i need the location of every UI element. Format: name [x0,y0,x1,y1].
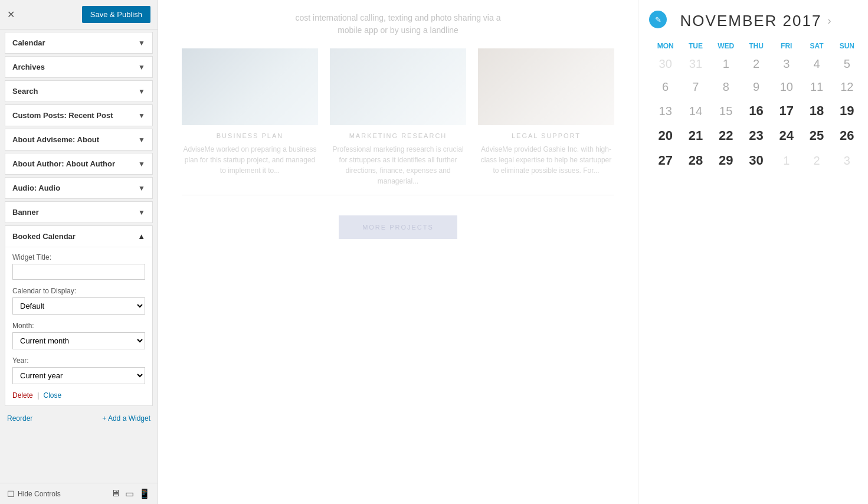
calendar-day-0-3[interactable]: 2 [741,53,771,76]
sidebar-bottom-actions: Reorder + Add a Widget [0,408,158,428]
widget-booked-calendar: Booked Calendar ▲ Widget Title: Calendar… [5,225,153,406]
widget-label-audio: Audio: Audio [12,184,60,192]
widget-item-custom-posts[interactable]: Custom Posts: Recent Post ▼ [5,104,153,126]
calendar-day-0-5[interactable]: 4 [801,53,831,76]
widget-label-archives: Archives [12,63,45,71]
calendar-day-4-6[interactable]: 3 [832,148,862,173]
calendar-week-row-2: 13141516171819 [650,99,862,123]
desktop-view-icon[interactable]: 🖥 [111,488,120,499]
day-header-fri: FRI [771,40,801,53]
calendar-week-row-3: 20212223242526 [650,123,862,148]
widget-item-audio[interactable]: Audio: Audio ▼ [5,177,153,199]
widget-item-about-author[interactable]: About Author: About Author ▼ [5,153,153,175]
month-select[interactable]: Current month [12,332,145,349]
close-link[interactable]: Close [43,391,61,400]
mobile-view-icon[interactable]: 📱 [139,488,150,499]
widget-label-calendar: Calendar [12,38,45,47]
add-widget-link[interactable]: + Add a Widget [102,414,150,423]
more-projects-button[interactable]: MORE PROJECTS [339,215,457,239]
chevron-down-icon-archives: ▼ [138,63,145,71]
sidebar-header: ✕ Save & Publish [0,0,158,30]
calendar-day-0-4[interactable]: 3 [771,53,801,76]
project-image-0 [182,48,318,125]
calendar-day-4-1[interactable]: 28 [680,148,710,173]
widget-title-input[interactable] [12,264,145,280]
projects-grid: BUSINESS PLAN AdviseMe worked on prepari… [182,48,614,186]
calendar-day-2-6[interactable]: 19 [832,99,862,123]
calendar-week-row-4: 27282930123 [650,148,862,173]
sidebar-footer: ☐ Hide Controls 🖥 ▭ 📱 [0,483,158,504]
calendar-day-4-3[interactable]: 30 [741,148,771,173]
widget-item-about-adviseme[interactable]: About Adviseme: About ▼ [5,129,153,150]
calendar-day-2-1[interactable]: 14 [680,99,710,123]
save-publish-button[interactable]: Save & Publish [82,6,150,23]
calendar-edit-icon[interactable]: ✎ [649,11,667,28]
calendar-day-2-5[interactable]: 18 [801,99,831,123]
calendar-day-1-1[interactable]: 7 [680,76,710,99]
project-card-2: LEGAL SUPPORT AdviseMe provided Gashie I… [478,48,614,186]
year-label: Year: [12,356,145,365]
calendar-day-2-3[interactable]: 16 [741,99,771,123]
hide-controls[interactable]: ☐ Hide Controls [7,489,61,499]
year-select[interactable]: Current year [12,367,145,384]
calendar-day-3-2[interactable]: 22 [711,123,741,148]
tablet-view-icon[interactable]: ▭ [125,488,134,499]
calendar-day-3-3[interactable]: 23 [741,123,771,148]
chevron-down-icon-calendar: ▼ [138,39,145,47]
calendar-table: MON TUE WED THU FRI SAT SUN 303112345678… [650,40,862,173]
widget-label-custom-posts: Custom Posts: Recent Post [12,111,113,120]
reorder-link[interactable]: Reorder [7,414,32,423]
widget-item-archives[interactable]: Archives ▼ [5,56,153,78]
month-group: Month: Current month [12,322,145,349]
widget-item-calendar[interactable]: Calendar ▼ [5,32,153,54]
project-card-0: BUSINESS PLAN AdviseMe worked on prepari… [182,48,318,186]
calendar-day-1-4[interactable]: 10 [771,76,801,99]
widget-item-banner[interactable]: Banner ▼ [5,201,153,223]
calendar-day-0-1[interactable]: 31 [680,53,710,76]
widget-label-search: Search [12,87,38,96]
day-header-tue: TUE [680,40,710,53]
calendar-day-3-4[interactable]: 24 [771,123,801,148]
widget-booked-calendar-header[interactable]: Booked Calendar ▲ [5,226,152,247]
link-separator: | [37,391,41,400]
calendar-day-3-0[interactable]: 20 [650,123,680,148]
calendar-day-3-1[interactable]: 21 [680,123,710,148]
calendar-day-1-5[interactable]: 11 [801,76,831,99]
calendar-day-1-0[interactable]: 6 [650,76,680,99]
calendar-day-2-4[interactable]: 17 [771,99,801,123]
calendar-day-1-2[interactable]: 8 [711,76,741,99]
calendar-day-1-3[interactable]: 9 [741,76,771,99]
calendar-next-arrow[interactable]: › [827,15,832,27]
calendar-day-1-6[interactable]: 12 [832,76,862,99]
close-button[interactable]: ✕ [7,9,15,20]
project-title-2: LEGAL SUPPORT [478,132,614,139]
calendar-display-label: Calendar to Display: [12,287,145,295]
chevron-down-icon-search: ▼ [138,87,145,96]
chevron-down-icon-audio: ▼ [138,184,145,192]
widget-action-links: Delete | Close [12,391,145,400]
calendar-day-3-6[interactable]: 26 [832,123,862,148]
chevron-up-icon-booked-calendar: ▲ [137,232,145,241]
year-group: Year: Current year [12,356,145,384]
calendar-day-3-5[interactable]: 25 [801,123,831,148]
day-header-mon: MON [650,40,680,53]
calendar-day-4-0[interactable]: 27 [650,148,680,173]
calendar-month-year: NOVEMBER 2017 [680,12,822,30]
view-icons: 🖥 ▭ 📱 [111,488,150,499]
project-title-0: BUSINESS PLAN [182,132,318,139]
calendar-day-0-0[interactable]: 30 [650,53,680,76]
delete-link[interactable]: Delete [12,391,33,400]
calendar-day-2-0[interactable]: 13 [650,99,680,123]
calendar-day-4-5[interactable]: 2 [801,148,831,173]
calendar-day-2-2[interactable]: 15 [711,99,741,123]
calendar-day-0-2[interactable]: 1 [711,53,741,76]
widget-item-search[interactable]: Search ▼ [5,80,153,102]
day-header-sat: SAT [801,40,831,53]
calendar-day-4-2[interactable]: 29 [711,148,741,173]
month-label: Month: [12,322,145,330]
calendar-day-0-6[interactable]: 5 [832,53,862,76]
calendar-day-4-4[interactable]: 1 [771,148,801,173]
calendar-display-select[interactable]: Default [12,297,145,315]
project-desc-0: AdviseMe worked on preparing a business … [182,144,318,176]
project-title-1: MARKETING RESEARCH [330,132,466,139]
